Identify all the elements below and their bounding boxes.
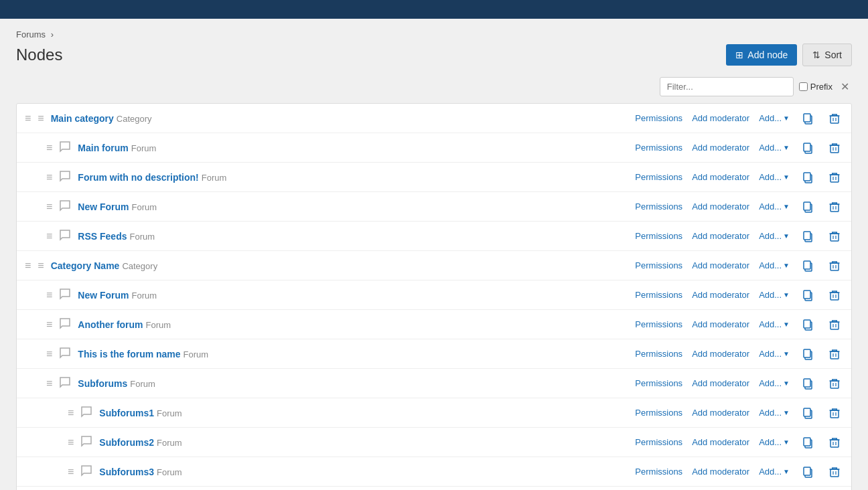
delete-button[interactable]	[826, 317, 843, 332]
drag-handle-icon[interactable]: ≡	[46, 289, 52, 301]
add-moderator-link[interactable]: Add moderator	[692, 437, 749, 447]
filter-close-button[interactable]: ✕	[838, 79, 852, 94]
permissions-link[interactable]: Permissions	[635, 143, 682, 153]
node-name[interactable]: This is the forum name	[78, 349, 180, 359]
delete-button[interactable]	[826, 141, 843, 155]
add-dropdown[interactable]: Add...▼	[759, 113, 790, 123]
add-link[interactable]: Add...	[759, 378, 782, 388]
drag-handle-icon[interactable]: ≡	[68, 466, 74, 478]
copy-button[interactable]	[799, 258, 816, 273]
node-name[interactable]: Category Name	[51, 260, 120, 271]
add-link[interactable]: Add...	[759, 408, 782, 418]
drag-handle-icon[interactable]: ≡	[25, 112, 31, 125]
add-link[interactable]: Add...	[759, 143, 782, 153]
add-node-button[interactable]: ⊞ Add node	[726, 44, 797, 66]
add-dropdown[interactable]: Add...▼	[759, 378, 790, 388]
copy-button[interactable]	[799, 406, 816, 420]
add-link[interactable]: Add...	[759, 113, 782, 123]
node-name[interactable]: New Forum	[78, 290, 129, 301]
permissions-link[interactable]: Permissions	[635, 408, 682, 418]
drag-handle-icon[interactable]: ≡	[68, 407, 74, 419]
copy-button[interactable]	[799, 376, 816, 391]
prefix-checkbox-label[interactable]: Prefix	[799, 82, 833, 92]
add-dropdown[interactable]: Add...▼	[759, 260, 790, 270]
node-name[interactable]: Another forum	[78, 319, 143, 330]
add-moderator-link[interactable]: Add moderator	[692, 408, 749, 418]
node-name[interactable]: Subforums3	[99, 467, 154, 477]
drag-handle-icon[interactable]: ≡	[68, 436, 74, 448]
add-moderator-link[interactable]: Add moderator	[692, 113, 749, 123]
add-link[interactable]: Add...	[759, 172, 782, 182]
node-name[interactable]: Subforums1	[99, 408, 154, 418]
delete-button[interactable]	[826, 229, 843, 244]
permissions-link[interactable]: Permissions	[635, 378, 682, 388]
drag-handle-icon[interactable]: ≡	[46, 348, 52, 360]
add-moderator-link[interactable]: Add moderator	[692, 467, 749, 477]
drag-handle-icon[interactable]: ≡	[46, 230, 52, 242]
permissions-link[interactable]: Permissions	[635, 349, 682, 359]
add-link[interactable]: Add...	[759, 231, 782, 241]
permissions-link[interactable]: Permissions	[635, 319, 682, 329]
filter-input[interactable]	[660, 77, 794, 96]
add-dropdown[interactable]: Add...▼	[759, 143, 790, 153]
drag-handle-icon[interactable]: ≡	[46, 201, 52, 213]
node-name[interactable]: Subforums2	[99, 437, 154, 448]
add-moderator-link[interactable]: Add moderator	[692, 143, 749, 153]
drag-handle-icon[interactable]: ≡	[46, 171, 52, 183]
drag-handle-icon[interactable]: ≡	[46, 142, 52, 154]
breadcrumb-parent[interactable]: Forums	[16, 29, 46, 39]
add-dropdown[interactable]: Add...▼	[759, 408, 790, 418]
permissions-link[interactable]: Permissions	[635, 231, 682, 241]
add-link[interactable]: Add...	[759, 260, 782, 270]
delete-button[interactable]	[826, 199, 843, 214]
permissions-link[interactable]: Permissions	[635, 437, 682, 447]
copy-button[interactable]	[799, 229, 816, 244]
node-name[interactable]: RSS Feeds	[78, 231, 127, 242]
delete-button[interactable]	[826, 111, 843, 126]
copy-button[interactable]	[799, 141, 816, 155]
copy-button[interactable]	[799, 170, 816, 185]
add-dropdown[interactable]: Add...▼	[759, 349, 790, 359]
add-dropdown[interactable]: Add...▼	[759, 437, 790, 447]
permissions-link[interactable]: Permissions	[635, 172, 682, 182]
delete-button[interactable]	[826, 376, 843, 391]
add-moderator-link[interactable]: Add moderator	[692, 260, 749, 270]
add-link[interactable]: Add...	[759, 349, 782, 359]
add-link[interactable]: Add...	[759, 290, 782, 300]
node-name[interactable]: Forum with no description!	[78, 172, 198, 183]
add-dropdown[interactable]: Add...▼	[759, 201, 790, 212]
permissions-link[interactable]: Permissions	[635, 113, 682, 123]
delete-button[interactable]	[826, 465, 843, 479]
add-moderator-link[interactable]: Add moderator	[692, 290, 749, 300]
add-moderator-link[interactable]: Add moderator	[692, 201, 749, 212]
delete-button[interactable]	[826, 347, 843, 361]
add-dropdown[interactable]: Add...▼	[759, 231, 790, 241]
add-link[interactable]: Add...	[759, 467, 782, 477]
permissions-link[interactable]: Permissions	[635, 467, 682, 477]
add-dropdown[interactable]: Add...▼	[759, 290, 790, 300]
delete-button[interactable]	[826, 170, 843, 185]
drag-handle-icon[interactable]: ≡	[46, 378, 52, 390]
node-name[interactable]: New Forum	[78, 201, 129, 212]
copy-button[interactable]	[799, 347, 816, 361]
delete-button[interactable]	[826, 288, 843, 303]
copy-button[interactable]	[799, 288, 816, 303]
sort-button[interactable]: ⇅ Sort	[802, 44, 852, 66]
permissions-link[interactable]: Permissions	[635, 201, 682, 212]
add-moderator-link[interactable]: Add moderator	[692, 231, 749, 241]
add-link[interactable]: Add...	[759, 319, 782, 329]
drag-handle-icon[interactable]: ≡	[25, 260, 31, 272]
add-dropdown[interactable]: Add...▼	[759, 172, 790, 182]
add-link[interactable]: Add...	[759, 437, 782, 447]
add-moderator-link[interactable]: Add moderator	[692, 349, 749, 359]
node-name[interactable]: Main forum	[78, 143, 128, 153]
delete-button[interactable]	[826, 435, 843, 450]
copy-button[interactable]	[799, 199, 816, 214]
copy-button[interactable]	[799, 465, 816, 479]
node-name[interactable]: Subforums	[78, 378, 127, 389]
copy-button[interactable]	[799, 317, 816, 332]
add-link[interactable]: Add...	[759, 201, 782, 212]
delete-button[interactable]	[826, 258, 843, 273]
copy-button[interactable]	[799, 435, 816, 450]
prefix-checkbox[interactable]	[799, 82, 808, 91]
